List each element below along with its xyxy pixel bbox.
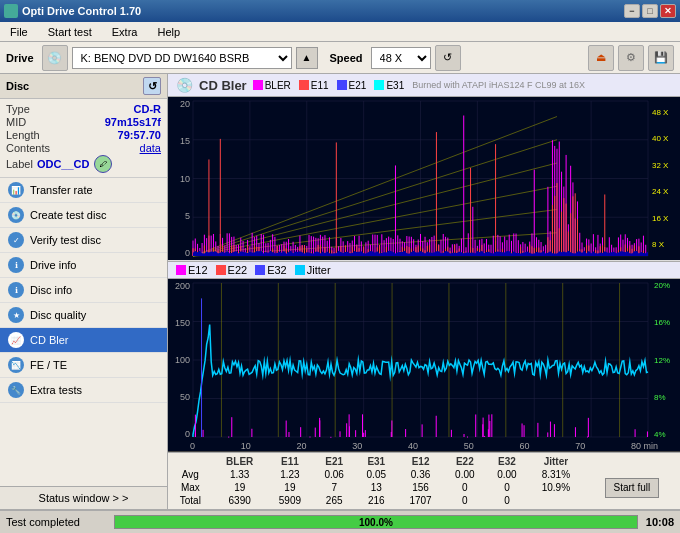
bottom-chart-canvas xyxy=(168,279,680,441)
row-max-bler: 19 xyxy=(213,481,267,494)
drive-label: Drive xyxy=(6,52,34,64)
row-avg-jitter: 8.31% xyxy=(528,468,584,481)
col-label xyxy=(168,455,213,468)
start-full-button[interactable]: Start full xyxy=(605,478,660,498)
row-total-jitter xyxy=(528,494,584,507)
drive-arrow-button[interactable]: ▲ xyxy=(296,47,318,69)
nav-drive-info[interactable]: ℹ Drive info xyxy=(0,253,167,278)
progress-bar-container: 100.0% xyxy=(114,515,638,529)
row-total-e12: 1707 xyxy=(397,494,443,507)
col-e12: E12 xyxy=(397,455,443,468)
row-total-e31: 216 xyxy=(355,494,397,507)
chart-legend-top: BLER E11 E21 E31 Burned with ATAPI iHAS1… xyxy=(253,80,585,91)
label-value: ODC__CD xyxy=(37,158,90,170)
app-title: Opti Drive Control 1.70 xyxy=(22,5,141,17)
speed-label: Speed xyxy=(330,52,363,64)
nav-cd-bler[interactable]: 📈 CD Bler xyxy=(0,328,167,353)
burned-info: Burned with ATAPI iHAS124 F CL99 at 16X xyxy=(412,80,585,90)
type-value: CD-R xyxy=(134,103,162,115)
stats-area: BLER E11 E21 E31 E12 E22 E32 Jitter Avg xyxy=(168,452,680,509)
row-total-bler: 6390 xyxy=(213,494,267,507)
status-bar: Test completed 100.0% 10:08 xyxy=(0,509,680,533)
close-button[interactable]: ✕ xyxy=(660,4,676,18)
label-icon-button[interactable]: 🖊 xyxy=(94,155,112,173)
cd-bler-icon: 📈 xyxy=(8,332,24,348)
drive-icon-button[interactable]: 💿 xyxy=(42,45,68,71)
nav-disc-quality[interactable]: ★ Disc quality xyxy=(0,303,167,328)
title-bar: Opti Drive Control 1.70 − □ ✕ xyxy=(0,0,680,22)
col-bler: BLER xyxy=(213,455,267,468)
menu-bar: File Start test Extra Help xyxy=(0,22,680,42)
row-total-e32: 0 xyxy=(486,494,528,507)
menu-help[interactable]: Help xyxy=(151,25,186,39)
nav-extra-tests[interactable]: 🔧 Extra tests xyxy=(0,378,167,403)
chart-top: 20151050 48 X40 X32 X24 X16 X8 X xyxy=(168,97,680,261)
nav-disc-info[interactable]: ℹ Disc info xyxy=(0,278,167,303)
sidebar-nav: 📊 Transfer rate 💿 Create test disc ✓ Ver… xyxy=(0,178,167,486)
col-e11: E11 xyxy=(267,455,313,468)
disc-refresh-button[interactable]: ↺ xyxy=(143,77,161,95)
chart-legend-bottom: E12 E22 E32 Jitter xyxy=(168,261,680,279)
row-max-e32: 0 xyxy=(486,481,528,494)
status-text: Test completed xyxy=(6,516,106,528)
chart-title: CD Bler xyxy=(199,78,247,93)
refresh-button[interactable]: ↺ xyxy=(435,45,461,71)
col-e32: E32 xyxy=(486,455,528,468)
maximize-button[interactable]: □ xyxy=(642,4,658,18)
status-window-button[interactable]: Status window > > xyxy=(0,486,167,509)
x-axis-labels: 01020304050607080 min xyxy=(168,441,680,452)
col-e21: E21 xyxy=(313,455,355,468)
row-avg-bler: 1.33 xyxy=(213,468,267,481)
row-max-e31: 13 xyxy=(355,481,397,494)
fe-te-icon: 📉 xyxy=(8,357,24,373)
speed-select[interactable]: 48 X xyxy=(371,47,431,69)
create-test-icon: 💿 xyxy=(8,207,24,223)
nav-verify-test[interactable]: ✓ Verify test disc xyxy=(0,228,167,253)
menu-file[interactable]: File xyxy=(4,25,34,39)
verify-test-icon: ✓ xyxy=(8,232,24,248)
stats-table: BLER E11 E21 E31 E12 E22 E32 Jitter Avg xyxy=(168,455,680,507)
charts-container: 20151050 48 X40 X32 X24 X16 X8 X E12 E22… xyxy=(168,97,680,441)
contents-label: Contents xyxy=(6,142,50,154)
nav-fe-te[interactable]: 📉 FE / TE xyxy=(0,353,167,378)
col-e31: E31 xyxy=(355,455,397,468)
menu-extra[interactable]: Extra xyxy=(106,25,144,39)
minimize-button[interactable]: − xyxy=(624,4,640,18)
chart-area: 💿 CD Bler BLER E11 E21 E31 Burned with A… xyxy=(168,74,680,509)
extra-tests-icon: 🔧 xyxy=(8,382,24,398)
app-icon xyxy=(4,4,18,18)
row-max-jitter: 10.9% xyxy=(528,481,584,494)
row-max-e22: 0 xyxy=(444,481,486,494)
length-value: 79:57.70 xyxy=(118,129,161,141)
row-avg-e11: 1.23 xyxy=(267,468,313,481)
row-avg-e22: 0.00 xyxy=(444,468,486,481)
col-btn1 xyxy=(584,455,680,468)
col-e22: E22 xyxy=(444,455,486,468)
row-avg-e12: 0.36 xyxy=(397,468,443,481)
label-label: Label xyxy=(6,158,33,170)
top-chart-canvas xyxy=(168,97,680,260)
mid-label: MID xyxy=(6,116,26,128)
drive-select[interactable]: K: BENQ DVD DD DW1640 BSRB xyxy=(72,47,292,69)
toolbar: Drive 💿 K: BENQ DVD DD DW1640 BSRB ▲ Spe… xyxy=(0,42,680,74)
row-max-e21: 7 xyxy=(313,481,355,494)
nav-create-test[interactable]: 💿 Create test disc xyxy=(0,203,167,228)
length-label: Length xyxy=(6,129,40,141)
row-avg-e32: 0.00 xyxy=(486,468,528,481)
disc-info-panel: Type CD-R MID 97m15s17f Length 79:57.70 … xyxy=(0,99,167,178)
nav-transfer-rate[interactable]: 📊 Transfer rate xyxy=(0,178,167,203)
chart-cd-icon: 💿 xyxy=(176,77,193,93)
drive-info-icon: ℹ xyxy=(8,257,24,273)
row-total-e11: 5909 xyxy=(267,494,313,507)
row-avg-e21: 0.06 xyxy=(313,468,355,481)
menu-start-test[interactable]: Start test xyxy=(42,25,98,39)
eject-button[interactable]: ⏏ xyxy=(588,45,614,71)
row-total-label: Total xyxy=(168,494,213,507)
row-avg-e31: 0.05 xyxy=(355,468,397,481)
settings-button[interactable]: ⚙ xyxy=(618,45,644,71)
contents-value[interactable]: data xyxy=(140,142,161,154)
row-max-label: Max xyxy=(168,481,213,494)
type-label: Type xyxy=(6,103,30,115)
save-button[interactable]: 💾 xyxy=(648,45,674,71)
row-total-e22: 0 xyxy=(444,494,486,507)
